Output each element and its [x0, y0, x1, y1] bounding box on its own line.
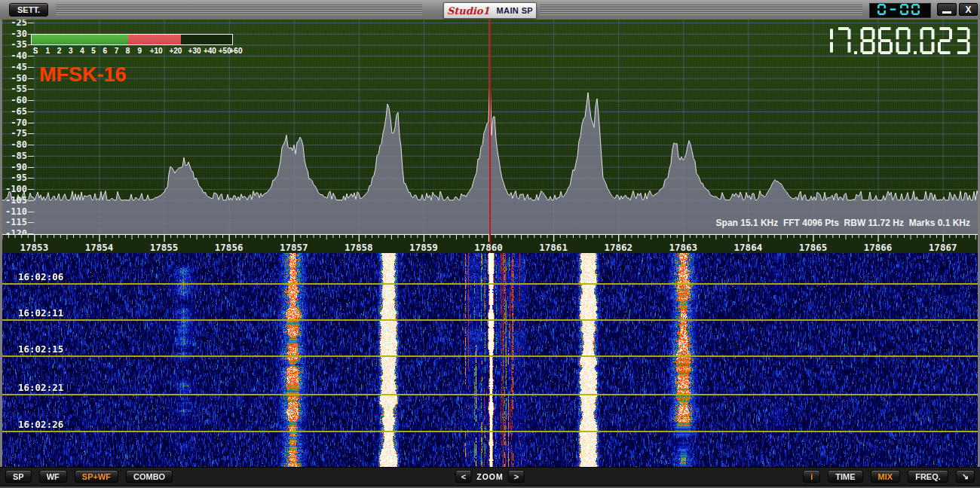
lcd-clock — [869, 3, 931, 18]
db-axis-label: -40 — [0, 50, 27, 61]
sp-wf-button[interactable]: SP+WF — [75, 470, 118, 483]
s-meter-scale-label: 3 — [69, 47, 73, 55]
s-meter-scale-label: +30 — [188, 47, 201, 55]
db-axis-tick — [28, 56, 34, 56]
spectrum-display[interactable]: -25-30-35-40-45-50-55-60-65-70-75-80-85-… — [0, 20, 980, 234]
db-axis-tick — [28, 189, 34, 190]
display-option-buttons: iTIMEMIXFREQ.↘ — [803, 470, 975, 483]
s-meter-scale-label: +20 — [169, 47, 182, 55]
db-axis-label: -25 — [0, 20, 27, 28]
span-info-text: Span 15.1 KHz FFT 4096 Pts RBW 11.72 Hz … — [716, 218, 970, 228]
s-meter-scale-label: 9 — [137, 47, 142, 55]
studio1-window: SETT. Studio1 MAIN SP X -25-30-35-40-45-… — [0, 0, 980, 488]
freq-axis-label: 17864 — [734, 242, 763, 253]
freq-axis-label: 17860 — [474, 242, 503, 253]
db-axis-tick — [28, 145, 34, 145]
popout-button[interactable]: ↘ — [956, 470, 975, 483]
db-axis-tick — [28, 200, 34, 201]
freq-axis-label: 17861 — [539, 242, 568, 253]
i-button[interactable]: i — [803, 470, 820, 483]
s-meter-scale-label: 6 — [103, 47, 108, 55]
zoom-out-button[interactable]: < — [455, 470, 472, 483]
s-meter-scale-label: S — [33, 47, 38, 55]
db-axis-label: -75 — [0, 128, 27, 139]
freq-axis-label: 17865 — [799, 242, 828, 253]
settings-button[interactable]: SETT. — [9, 3, 48, 17]
db-axis-label: -45 — [0, 62, 27, 72]
wf-button[interactable]: WF — [39, 470, 67, 483]
s-meter-scale-label: 4 — [80, 47, 84, 55]
db-axis-tick — [28, 67, 34, 68]
db-axis-tick — [28, 167, 34, 168]
db-axis-label: -120 — [0, 228, 27, 234]
db-axis-label: -70 — [0, 117, 27, 128]
minimize-icon — [942, 11, 951, 14]
db-axis-label: -85 — [0, 151, 27, 161]
window-title: MAIN SP — [496, 6, 533, 15]
close-button[interactable]: X — [959, 3, 978, 16]
zoom-in-button[interactable]: > — [508, 470, 525, 483]
freq-axis-label: 17866 — [864, 242, 893, 253]
db-axis-tick — [28, 123, 34, 124]
toolbar: SPWFSP+WFCOMBO < ZOOM > iTIMEMIXFREQ.↘ — [0, 467, 980, 486]
mode-label: MFSK-16 — [39, 63, 127, 87]
db-axis-tick — [28, 100, 34, 101]
freq-axis-label: 17856 — [215, 242, 243, 253]
freq-axis-label: 17858 — [345, 242, 373, 253]
frequency-ruler[interactable]: 1785317854178551785617857178581785917860… — [0, 234, 980, 253]
sp-button[interactable]: SP — [5, 470, 32, 483]
window-left-edge — [0, 20, 2, 467]
s-meter-scale-label: 2 — [57, 47, 62, 55]
db-axis-tick — [28, 212, 34, 212]
s-meter-red-zone — [128, 35, 181, 44]
db-axis-label: -35 — [0, 39, 27, 50]
s-meter-scale-label: 8 — [126, 47, 130, 55]
title-plate: Studio1 MAIN SP — [443, 2, 537, 19]
freq-button[interactable]: FREQ. — [908, 470, 948, 483]
s-meter-green-zone — [32, 35, 128, 44]
s-meter: S123456789+10+20+30+40+50+60 — [31, 34, 233, 55]
freq-axis-label: 17863 — [669, 242, 697, 253]
db-axis-label: -55 — [0, 84, 27, 94]
db-axis-label: -30 — [0, 29, 27, 39]
db-axis-tick — [28, 156, 34, 157]
s-meter-scale-label: 5 — [91, 47, 96, 55]
freq-axis-label: 17859 — [409, 242, 438, 253]
freq-axis-label: 17855 — [150, 242, 179, 253]
s-meter-scale-label: +10 — [150, 47, 163, 55]
s-meter-scale-label: +60 — [230, 47, 243, 55]
freq-axis-label: 17857 — [280, 242, 308, 253]
db-axis-label: -105 — [0, 195, 27, 206]
combo-button[interactable]: COMBO — [126, 470, 173, 483]
db-axis-label: -110 — [0, 206, 27, 217]
db-axis-tick — [28, 23, 34, 23]
db-axis-tick — [28, 222, 34, 223]
time-button[interactable]: TIME — [828, 470, 862, 483]
frequency-display — [819, 27, 973, 57]
db-axis-tick — [28, 111, 34, 112]
db-axis-tick — [28, 89, 34, 90]
db-axis-label: -80 — [0, 139, 27, 150]
db-axis-label: -95 — [0, 172, 27, 183]
s-meter-scale: S123456789+10+20+30+40+50+60 — [31, 47, 233, 55]
minimize-button[interactable] — [937, 3, 957, 16]
waterfall-canvas[interactable] — [0, 253, 980, 467]
db-axis-label: -100 — [0, 184, 27, 194]
db-axis-label: -115 — [0, 217, 27, 227]
db-axis-tick — [28, 178, 34, 178]
window-bottom-edge — [0, 485, 980, 488]
freq-axis-label: 17853 — [20, 242, 49, 253]
titlebar-gripper-right — [540, 5, 862, 15]
s-meter-scale-label: 1 — [45, 47, 50, 55]
display-mode-buttons: SPWFSP+WFCOMBO — [5, 470, 173, 483]
waterfall-display[interactable]: 16:02:0616:02:1116:02:1516:02:2116:02:26 — [0, 253, 980, 467]
db-axis-tick — [28, 233, 34, 234]
db-axis-label: -50 — [0, 73, 27, 84]
freq-axis-label: 17867 — [929, 242, 957, 253]
db-axis-tick — [28, 78, 34, 79]
db-axis-label: -60 — [0, 95, 27, 105]
title-bar[interactable]: SETT. Studio1 MAIN SP X — [0, 0, 980, 20]
lcd-clock-digits — [877, 4, 923, 18]
mix-button[interactable]: MIX — [871, 470, 901, 483]
s-meter-bar — [31, 34, 233, 45]
